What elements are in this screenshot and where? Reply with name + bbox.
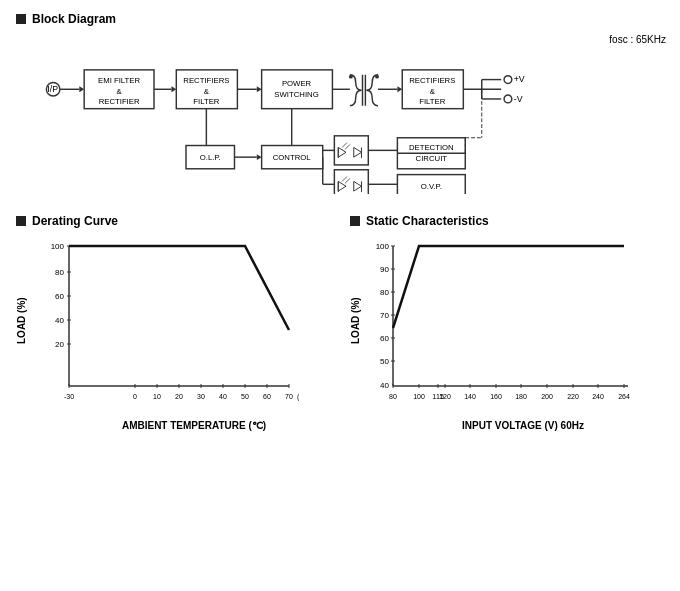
svg-text:80: 80	[389, 393, 397, 400]
derating-x-label: AMBIENT TEMPERATURE (℃)	[58, 420, 330, 431]
svg-point-23	[375, 75, 379, 79]
svg-text:I/P: I/P	[47, 84, 58, 94]
svg-text:50: 50	[380, 357, 389, 366]
svg-text:&: &	[430, 87, 436, 96]
static-y-label: LOAD (%)	[350, 236, 361, 406]
svg-text:10: 10	[153, 393, 161, 400]
fosc-label: fosc : 65KHz	[609, 34, 666, 45]
block-diagram-section: Block Diagram fosc : 65KHz I/P EMI FILTE…	[16, 12, 664, 194]
svg-text:&: &	[204, 87, 210, 96]
svg-text:40: 40	[380, 381, 389, 390]
svg-text:O.L.P.: O.L.P.	[200, 153, 221, 162]
static-char-header: Static Characteristics	[350, 214, 664, 228]
svg-point-22	[349, 75, 353, 79]
svg-text:-30: -30	[64, 393, 74, 400]
block-diagram-icon	[16, 14, 26, 24]
bottom-sections: Derating Curve LOAD (%) 100 80	[16, 214, 664, 431]
static-chart: 100 90 80 70 60 50 40 80	[363, 236, 633, 416]
svg-text:FILTER: FILTER	[419, 97, 446, 106]
svg-text:220: 220	[567, 393, 579, 400]
svg-text:(HORIZONTAL): (HORIZONTAL)	[297, 393, 299, 401]
svg-marker-52	[338, 147, 346, 157]
svg-text:120: 120	[439, 393, 451, 400]
svg-text:POWER: POWER	[282, 79, 312, 88]
svg-text:200: 200	[541, 393, 553, 400]
svg-text:SWITCHING: SWITCHING	[274, 90, 318, 99]
static-char-section: Static Characteristics LOAD (%) 100 90 8…	[350, 214, 664, 431]
svg-text:RECTIFIER: RECTIFIER	[99, 97, 140, 106]
svg-marker-56	[354, 147, 362, 157]
svg-text:EMI FILTER: EMI FILTER	[98, 76, 140, 85]
svg-rect-16	[262, 70, 333, 109]
static-x-label: INPUT VOLTAGE (V) 60Hz	[382, 420, 664, 431]
svg-text:40: 40	[55, 316, 64, 325]
svg-text:264: 264	[618, 393, 630, 400]
svg-text:50: 50	[241, 393, 249, 400]
svg-text:RECTIFIERS: RECTIFIERS	[409, 76, 455, 85]
svg-text:80: 80	[55, 268, 64, 277]
static-char-icon	[350, 216, 360, 226]
svg-text:30: 30	[197, 393, 205, 400]
page-wrapper: Block Diagram fosc : 65KHz I/P EMI FILTE…	[0, 0, 680, 591]
svg-rect-50	[334, 136, 368, 165]
derating-y-label: LOAD (%)	[16, 236, 27, 406]
svg-line-53	[342, 143, 347, 148]
svg-text:O.V.P.: O.V.P.	[421, 182, 442, 191]
svg-rect-10	[176, 70, 237, 109]
diagram-svg: I/P EMI FILTER & RECTIFIER RECTIFIERS & …	[26, 34, 666, 194]
svg-point-0	[46, 82, 60, 96]
svg-rect-4	[84, 70, 154, 109]
svg-marker-59	[338, 181, 346, 191]
svg-line-60	[342, 177, 347, 182]
diagram-area: fosc : 65KHz I/P EMI FILTER & RECTIFIER	[26, 34, 666, 194]
svg-text:70: 70	[380, 311, 389, 320]
svg-marker-3	[79, 86, 84, 92]
svg-point-37	[504, 95, 512, 103]
derating-chart: 100 80 60 40 20 -30 0 10	[29, 236, 299, 416]
svg-text:80: 80	[380, 288, 389, 297]
svg-text:20: 20	[175, 393, 183, 400]
svg-marker-42	[257, 154, 262, 160]
svg-text:140: 140	[464, 393, 476, 400]
svg-text:100: 100	[413, 393, 425, 400]
svg-point-33	[504, 76, 512, 84]
svg-line-61	[345, 178, 350, 183]
svg-text:160: 160	[490, 393, 502, 400]
svg-line-54	[345, 145, 350, 150]
svg-text:60: 60	[263, 393, 271, 400]
derating-curve-section: Derating Curve LOAD (%) 100 80	[16, 214, 330, 431]
svg-text:60: 60	[380, 334, 389, 343]
derating-title: Derating Curve	[32, 214, 118, 228]
svg-marker-15	[257, 86, 262, 92]
svg-text:240: 240	[592, 393, 604, 400]
svg-text:DETECTION: DETECTION	[409, 143, 454, 152]
svg-text:RECTIFIERS: RECTIFIERS	[183, 76, 229, 85]
svg-text:+V: +V	[514, 74, 525, 84]
svg-text:100: 100	[376, 242, 390, 251]
derating-icon	[16, 216, 26, 226]
svg-text:60: 60	[55, 292, 64, 301]
block-diagram-header: Block Diagram	[16, 12, 664, 26]
static-char-title: Static Characteristics	[366, 214, 489, 228]
svg-text:-V: -V	[514, 94, 523, 104]
svg-text:FILTER: FILTER	[193, 97, 220, 106]
svg-rect-26	[402, 70, 463, 109]
svg-rect-43	[262, 146, 323, 169]
svg-text:90: 90	[380, 265, 389, 274]
svg-text:180: 180	[515, 393, 527, 400]
static-chart-wrapper: LOAD (%) 100 90 80 70 60	[350, 236, 664, 416]
svg-rect-48	[397, 175, 465, 194]
svg-text:20: 20	[55, 340, 64, 349]
svg-rect-57	[334, 170, 368, 194]
svg-marker-25	[397, 86, 402, 92]
svg-marker-9	[171, 86, 176, 92]
derating-curve-header: Derating Curve	[16, 214, 330, 228]
svg-marker-63	[354, 181, 362, 191]
svg-text:&: &	[117, 87, 123, 96]
svg-text:CONTROL: CONTROL	[273, 153, 312, 162]
svg-text:70: 70	[285, 393, 293, 400]
svg-text:40: 40	[219, 393, 227, 400]
derating-chart-wrapper: LOAD (%) 100 80 60 40	[16, 236, 330, 416]
svg-text:CIRCUIT: CIRCUIT	[416, 154, 448, 163]
svg-rect-45	[397, 138, 465, 169]
